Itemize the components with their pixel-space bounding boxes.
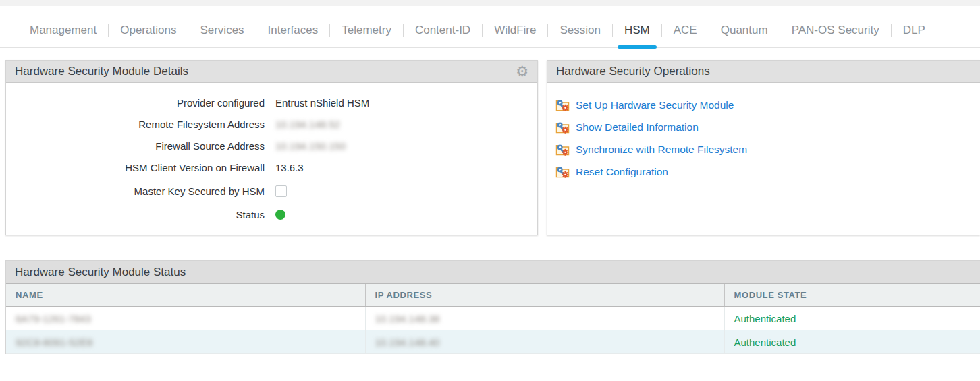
column-header-name[interactable]: NAME <box>6 284 365 307</box>
tab-hsm[interactable]: HSM <box>613 6 661 47</box>
wrench-gear-folder-icon <box>555 98 570 112</box>
module-state-cell: Authenticated <box>724 307 980 330</box>
device-tab-bar: Management Operations Services Interface… <box>0 6 980 48</box>
master-key-checkbox[interactable] <box>275 185 287 197</box>
show-detailed-info-link[interactable]: Show Detailed Information <box>576 121 699 134</box>
hsm-status-title: Hardware Security Module Status <box>6 260 980 283</box>
detail-row-status: Status <box>6 208 537 221</box>
synchronize-remote-fs-link[interactable]: Synchronize with Remote Filesystem <box>576 144 747 156</box>
hsm-ip-cell: 10.194.148.40 <box>375 336 440 348</box>
tab-quantum[interactable]: Quantum <box>709 6 780 47</box>
detail-label: Remote Filesystem Address <box>6 119 265 130</box>
detail-row-remote-fs: Remote Filesystem Address 10.194.148.52 <box>6 118 537 131</box>
tab-telemetry[interactable]: Telemetry <box>330 6 403 47</box>
provider-value: Entrust nShield HSM <box>275 97 369 109</box>
detail-row-provider: Provider configured Entrust nShield HSM <box>6 96 537 109</box>
detail-label: HSM Client Version on Firewall <box>6 162 265 173</box>
firewall-source-address-value: 10.194.150.150 <box>275 140 346 152</box>
tab-services[interactable]: Services <box>188 6 255 47</box>
wrench-gear-folder-icon <box>555 120 570 134</box>
tab-ace[interactable]: ACE <box>662 6 709 47</box>
module-state-cell: Authenticated <box>724 330 980 354</box>
hsm-name-cell: 6A79-1261-7843 <box>16 313 91 324</box>
detail-row-master-key: Master Key Secured by HSM <box>6 185 537 198</box>
table-row[interactable]: 6A79-1261-7843 10.194.148.38 Authenticat… <box>6 307 980 330</box>
tab-wildfire[interactable]: WildFire <box>483 6 547 47</box>
status-green-indicator <box>275 210 285 220</box>
detail-label: Provider configured <box>6 97 265 109</box>
hsm-client-version-value: 13.6.3 <box>275 162 304 173</box>
tab-interfaces[interactable]: Interfaces <box>256 6 330 47</box>
tab-dlp[interactable]: DLP <box>892 6 937 47</box>
hsm-status-table: NAME IP ADDRESS MODULE STATE 6A79-1261-7… <box>6 283 980 354</box>
reset-configuration-link[interactable]: Reset Configuration <box>576 166 668 178</box>
active-tab-underline <box>618 45 657 49</box>
tab-content-id[interactable]: Content-ID <box>404 6 482 47</box>
hsm-ip-cell: 10.194.148.38 <box>375 313 440 324</box>
op-row-show-detail: Show Detailed Information <box>555 120 980 134</box>
wrench-gear-folder-icon <box>555 165 570 179</box>
tab-management[interactable]: Management <box>18 6 108 47</box>
tab-operations[interactable]: Operations <box>109 6 188 47</box>
top-toolbar-edge <box>0 0 980 6</box>
detail-row-fw-source: Firewall Source Address 10.194.150.150 <box>6 140 537 152</box>
detail-label: Master Key Secured by HSM <box>6 185 265 197</box>
tab-hsm-label: HSM <box>624 24 650 37</box>
detail-row-client-version: HSM Client Version on Firewall 13.6.3 <box>6 161 537 174</box>
hsm-details-title: Hardware Security Module Details <box>15 65 188 78</box>
hsm-details-panel: Hardware Security Module Details ⚙ Provi… <box>5 60 538 235</box>
hsm-status-section: Hardware Security Module Status NAME IP … <box>5 260 980 354</box>
detail-label: Firewall Source Address <box>6 140 265 152</box>
op-row-synchronize: Synchronize with Remote Filesystem <box>555 142 980 156</box>
table-row[interactable]: 92C8-8091-52E8 10.194.148.40 Authenticat… <box>6 330 980 354</box>
settings-gear-icon[interactable]: ⚙ <box>516 65 528 79</box>
tab-pan-os-security[interactable]: PAN-OS Security <box>780 6 891 47</box>
remote-fs-address-value: 10.194.148.52 <box>275 119 340 130</box>
wrench-gear-folder-icon <box>555 142 570 156</box>
column-header-ip-address[interactable]: IP ADDRESS <box>365 284 724 307</box>
detail-label: Status <box>6 209 265 221</box>
op-row-reset: Reset Configuration <box>555 165 980 179</box>
tab-session[interactable]: Session <box>548 6 611 47</box>
op-row-setup: Set Up Hardware Security Module <box>555 98 980 112</box>
setup-hsm-link[interactable]: Set Up Hardware Security Module <box>576 99 734 111</box>
hsm-name-cell: 92C8-8091-52E8 <box>16 336 92 348</box>
column-header-module-state[interactable]: MODULE STATE <box>724 284 980 307</box>
hsm-operations-title: Hardware Security Operations <box>556 65 710 78</box>
hsm-operations-panel: Hardware Security Operations <box>547 60 980 235</box>
